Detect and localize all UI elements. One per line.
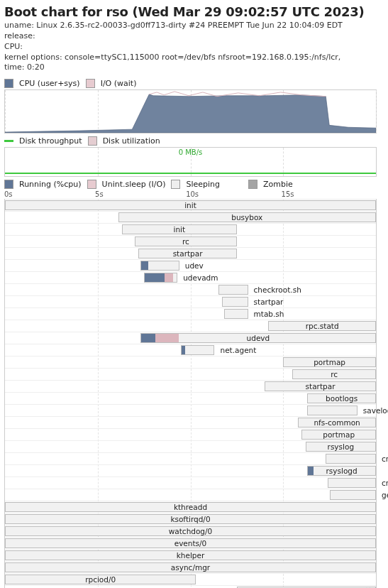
process-label: udev — [182, 261, 206, 270]
process-label: udevadm — [180, 273, 221, 282]
meta-cpu: CPU: — [4, 42, 384, 53]
time-axis: 0s 5s 10s 15s — [4, 190, 377, 198]
process-bar: rpc.statd — [268, 321, 376, 331]
process-label: watchdog/0 — [6, 527, 375, 535]
process-row: getty — [5, 489, 376, 501]
process-bar: bootlogs — [307, 393, 376, 403]
process-row: checkroot.sh — [5, 283, 376, 295]
process-bar: kthreadd — [5, 502, 376, 512]
process-bar: startpar — [265, 381, 376, 391]
svg-marker-0 — [5, 94, 376, 133]
process-row: khelper — [5, 549, 376, 561]
process-label: startpar — [265, 382, 375, 391]
process-label: checkroot.sh — [251, 285, 304, 294]
process-row: busybox — [5, 211, 376, 223]
tick: 0s — [4, 190, 13, 198]
process-row: bootlogs — [5, 392, 376, 404]
meta-kernel: kernel options: console=ttySC1,115000 ro… — [4, 53, 384, 63]
process-row: nfs-common — [5, 416, 376, 428]
process-row: rsyslog — [5, 440, 376, 452]
proc-legend: Running (%cpu) Unint.sleep (I/O) Sleepin… — [4, 180, 384, 189]
cpu-chart — [4, 89, 377, 134]
process-label: init — [6, 201, 375, 209]
process-bar: khelper — [5, 550, 376, 560]
swatch-unint — [87, 180, 96, 189]
process-label: portmap — [284, 358, 375, 366]
process-label: mtab.sh — [251, 310, 287, 318]
process-row: udevadm — [5, 271, 376, 283]
process-bar: mtab.sh — [224, 309, 248, 319]
disk-legend: Disk throughput Disk utilization — [4, 136, 384, 146]
page-title: Boot chart for rso (Wed Mar 29 09:02:57 … — [4, 4, 384, 19]
process-bar: async/mgr — [5, 562, 376, 572]
legend-zombie: Zombie — [263, 180, 293, 189]
process-row: ksoftirqd/0 — [5, 513, 376, 525]
process-label: ksoftirqd/0 — [6, 515, 375, 523]
process-bar: init — [5, 200, 376, 210]
process-label: portmap — [302, 430, 375, 439]
process-bar: init — [122, 224, 237, 234]
process-row: init — [5, 199, 376, 211]
process-bar: cron — [326, 454, 376, 464]
legend-throughput: Disk throughput — [19, 136, 82, 146]
process-label: rc — [293, 370, 375, 379]
swatch-cpu — [4, 79, 13, 88]
swatch-io — [86, 79, 95, 88]
process-bar: startpar — [222, 297, 248, 307]
swatch-zombie — [248, 180, 257, 189]
process-row: udev — [5, 259, 376, 271]
process-label: bootlogs — [308, 394, 375, 403]
process-row: savelog — [5, 404, 376, 416]
legend-cpu: CPU (user+sys) — [19, 79, 80, 88]
process-bar: busybox — [118, 212, 376, 222]
process-label: net.agent — [217, 346, 259, 354]
process-bar: rc — [292, 369, 376, 379]
process-row: watchdog/0 — [5, 525, 376, 537]
process-bar: rsyslog — [306, 442, 376, 452]
process-label: rsyslogd — [308, 467, 375, 475]
process-row: rc — [5, 235, 376, 247]
process-bar: portmap — [283, 357, 376, 367]
process-bar: getty — [330, 490, 376, 500]
process-row: cron — [5, 452, 376, 464]
swatch-util — [88, 136, 97, 146]
process-row: cron — [5, 477, 376, 489]
process-row: rpc.statd — [5, 320, 376, 332]
legend-running: Running (%cpu) — [19, 180, 82, 189]
meta-block: uname: Linux 2.6.35-rc2-00033-gd0ff713-d… — [4, 21, 384, 73]
process-bar: udevadm — [144, 273, 177, 283]
tick: 15s — [282, 190, 294, 198]
swatch-throughput — [4, 140, 13, 142]
process-label: savelog — [360, 406, 388, 415]
process-label: async/mgr — [6, 563, 375, 572]
process-row: rpciod/0 — [5, 573, 376, 585]
process-row: portmap — [5, 356, 376, 368]
process-bar: rsyslogd — [307, 466, 376, 476]
process-label: rpc.statd — [269, 322, 375, 330]
disk-throughput-line — [5, 173, 376, 174]
process-label: rc — [135, 237, 236, 246]
process-bar: events/0 — [5, 538, 376, 548]
process-label: events/0 — [6, 539, 375, 548]
meta-release: release: — [4, 31, 384, 42]
process-label: startpar — [251, 298, 287, 306]
process-row: rsyslogd — [5, 464, 376, 477]
process-bar: udevd — [140, 333, 376, 343]
process-label: rsyslog — [306, 442, 375, 451]
disk-chart: 0 MB/s — [4, 147, 377, 177]
process-row: kthreadd — [5, 501, 376, 513]
process-row: init — [5, 223, 376, 235]
process-bar: rpciod/0 — [5, 575, 196, 584]
tick: 5s — [95, 190, 104, 198]
process-label: nfs-common — [299, 418, 375, 427]
meta-uname: uname: Linux 2.6.35-rc2-00033-gd0ff713-d… — [4, 21, 384, 31]
process-bar: ksoftirqd/0 — [5, 514, 376, 524]
legend-unint: Unint.sleep (I/O) — [102, 180, 166, 189]
process-bar: nfs-common — [298, 418, 376, 428]
process-row: mtab.sh — [5, 307, 376, 320]
process-label: getty — [379, 491, 388, 499]
swatch-running — [4, 180, 13, 189]
process-label: init — [123, 225, 236, 234]
cpu-legend: CPU (user+sys) I/O (wait) — [4, 79, 384, 88]
process-bar: rc — [135, 236, 237, 246]
